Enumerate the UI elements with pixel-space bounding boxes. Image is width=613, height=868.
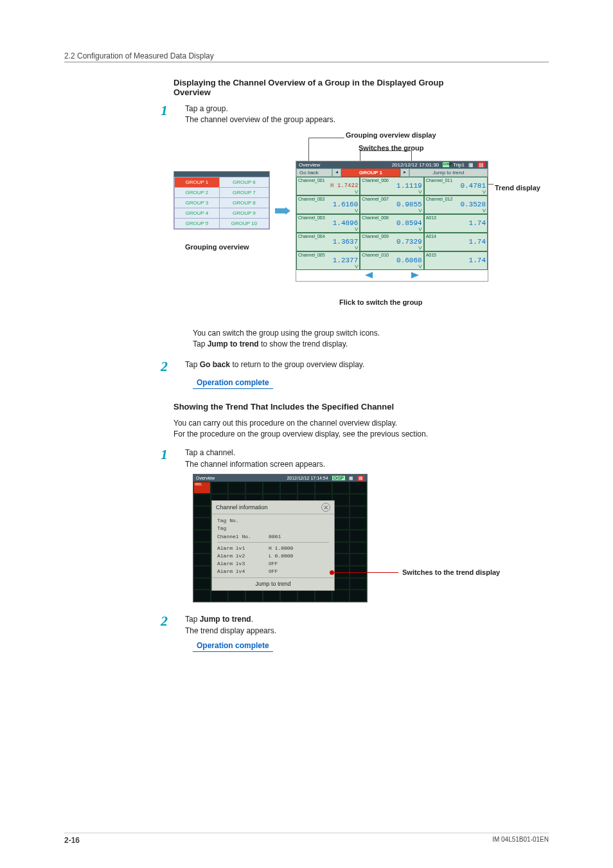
- group-btn-1[interactable]: GROUP 1: [175, 177, 220, 187]
- flick-left-icon[interactable]: [365, 272, 373, 278]
- step-b2-post: .: [251, 615, 253, 624]
- step-b2-line2: The trend display appears.: [185, 626, 276, 635]
- group-btn-9[interactable]: GROUP 9: [219, 208, 269, 218]
- operation-complete-1: Operation complete: [193, 377, 273, 389]
- jump-to-trend-button[interactable]: Jump to trend: [409, 168, 488, 177]
- page-footer: 2-16 IM 04L51B01-01EN: [64, 833, 549, 845]
- group-btn-8[interactable]: GROUP 8: [219, 197, 269, 208]
- channel-cell[interactable]: A0141.74: [424, 233, 488, 251]
- step-b2-pre: Tap: [185, 615, 200, 624]
- popup-jump-to-trend[interactable]: Jump to trend: [212, 577, 334, 590]
- step-b1-line2: The channel information screen appears.: [185, 460, 325, 469]
- group-prev-button[interactable]: ◂: [332, 168, 341, 177]
- step-a2: 2 Tap Go back to return to the group ove…: [161, 359, 549, 374]
- step-b1: 1 Tap a channel. The channel information…: [161, 448, 549, 470]
- pointer-line: [334, 572, 398, 573]
- group-btn-2[interactable]: GROUP 2: [175, 187, 220, 197]
- ci-topbar: Overview 2012/12/12 17:14:54 DISP ▦ ▤: [193, 475, 367, 482]
- channel-cell[interactable]: Channel_0041.3637V: [296, 233, 360, 251]
- after-text-1: You can switch the group using the group…: [193, 329, 380, 338]
- channel-info-popup-title: Channel information: [216, 504, 268, 511]
- step-a2-bold: Go back: [200, 360, 230, 369]
- group-btn-6[interactable]: GROUP 6: [219, 177, 269, 187]
- step-number-b2: 2: [161, 614, 173, 628]
- ci-menu-icon[interactable]: ▤: [357, 476, 364, 481]
- after-text-2a: Tap: [193, 339, 208, 348]
- step-a2-post: to return to the group overview display.: [230, 360, 364, 369]
- channel-cell[interactable]: Channel_0120.3528V: [424, 195, 488, 214]
- overview-time: 2012/12/12 17:01:30: [392, 162, 439, 168]
- group-btn-5[interactable]: GROUP 5: [175, 218, 220, 228]
- channel-cell[interactable]: A0151.74: [424, 251, 488, 270]
- flick-right-icon[interactable]: [411, 272, 419, 278]
- figure-2: Overview 2012/12/12 17:14:54 DISP ▦ ▤ 00…: [193, 474, 368, 602]
- channel-cell[interactable]: Channel_0100.6068V: [360, 251, 423, 270]
- overview-topbar: Overview 2012/12/12 17:01:30 DISP Trip1 …: [296, 161, 488, 168]
- ci-title: Overview: [196, 476, 215, 480]
- p2b: For the procedure on the group overview …: [173, 429, 428, 439]
- step-b2: 2 Tap Jump to trend. The trend display a…: [161, 614, 549, 637]
- step-b1-line1: Tap a channel.: [185, 448, 235, 457]
- channel-cell[interactable]: Channel_0110.4781V: [424, 177, 488, 195]
- ci-time: 2012/12/12 17:14:54: [287, 476, 328, 480]
- arrow-icon: [275, 207, 290, 215]
- figure-1: Grouping overview display Switches the g…: [173, 131, 549, 324]
- menu-icon[interactable]: ▤: [477, 162, 485, 168]
- section-header: 2.2 Configuration of Measured Data Displ…: [64, 51, 549, 62]
- grid-icon[interactable]: ▦: [468, 162, 474, 168]
- step-a2-pre: Tap: [185, 360, 200, 369]
- page-number: 2-16: [64, 836, 80, 845]
- ci-disp[interactable]: DISP: [332, 476, 345, 480]
- step-a1-line2: The channel overview of the group appear…: [185, 115, 335, 124]
- channel-overview-panel: Overview 2012/12/12 17:01:30 DISP Trip1 …: [296, 161, 488, 282]
- channel-cell[interactable]: Channel_0070.9855V: [360, 195, 423, 214]
- close-icon[interactable]: ✕: [321, 503, 330, 512]
- group-btn-3[interactable]: GROUP 3: [175, 197, 220, 208]
- group-name-selector[interactable]: GROUP 1: [341, 168, 400, 177]
- after-text-2b: Jump to trend: [208, 339, 259, 348]
- operation-complete-2: Operation complete: [193, 640, 273, 652]
- group-btn-7[interactable]: GROUP 7: [219, 187, 269, 197]
- p2a: You can carry out this procedure on the …: [173, 419, 397, 428]
- flick-area[interactable]: [296, 270, 488, 281]
- channel-cell[interactable]: Channel_0061.1119V: [360, 177, 423, 195]
- step-b2-bold: Jump to trend: [200, 615, 251, 624]
- overview-title: Overview: [299, 162, 320, 168]
- step-a1: 1 Tap a group. The channel overview of t…: [161, 104, 549, 126]
- after-text-2c: to show the trend display.: [259, 339, 348, 348]
- callout-grouping-overview: Grouping overview: [185, 243, 249, 251]
- callout-trend-display: Trend display: [495, 184, 540, 192]
- ci-grid-icon[interactable]: ▦: [349, 476, 353, 481]
- go-back-button[interactable]: Go back: [296, 168, 332, 177]
- group-next-button[interactable]: ▸: [400, 168, 409, 177]
- overview-toolbar: Go back ◂ GROUP 1 ▸ Jump to trend: [296, 168, 488, 177]
- channel-cell[interactable]: Channel_0080.8594V: [360, 214, 423, 233]
- group-table: GROUP 1GROUP 6 GROUP 2GROUP 7 GROUP 3GRO…: [174, 177, 269, 229]
- step-a1-line1: Tap a group.: [185, 104, 228, 113]
- channel-grid: Channel_001H 1.7422VChannel_0061.1119VCh…: [296, 177, 488, 270]
- channel-cell[interactable]: A0131.74: [424, 214, 488, 233]
- disp-icon[interactable]: DISP: [443, 162, 449, 167]
- channel-cell[interactable]: Channel_0090.7329V: [360, 233, 423, 251]
- step-number-1: 1: [161, 104, 173, 118]
- step-number-b1: 1: [161, 448, 173, 462]
- callout-flick: Flick to switch the group: [339, 298, 423, 306]
- channel-cell[interactable]: Channel_0051.2377V: [296, 251, 360, 270]
- group-btn-10[interactable]: GROUP 10: [219, 218, 269, 228]
- callout-switches-trend: Switches to the trend display: [402, 568, 524, 576]
- subsection-heading-2: Showing the Trend That Includes the Spec…: [173, 402, 549, 411]
- doc-id: IM 04L51B01-01EN: [492, 836, 549, 845]
- subsection-heading-1: Displaying the Channel Overview of a Gro…: [173, 78, 456, 97]
- step-number-2: 2: [161, 359, 173, 374]
- channel-cell[interactable]: Channel_0021.6160V: [296, 195, 360, 214]
- channel-cell[interactable]: Channel_001H 1.7422V: [296, 177, 360, 195]
- group-btn-4[interactable]: GROUP 4: [175, 208, 220, 218]
- channel-info-popup: Channel information ✕ Tag No.TagChannel …: [211, 500, 335, 591]
- grouping-overview-panel: GROUP 1GROUP 6 GROUP 2GROUP 7 GROUP 3GRO…: [173, 171, 270, 230]
- trip-label: Trip1: [453, 162, 465, 168]
- channel-cell[interactable]: Channel_0031.4896V: [296, 214, 360, 233]
- callout-grouping-overview-display: Grouping overview display: [346, 131, 436, 139]
